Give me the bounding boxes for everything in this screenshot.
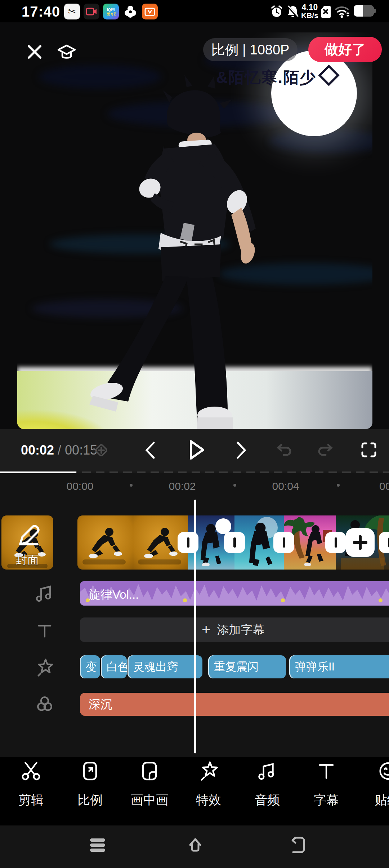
beat-dot [379, 598, 383, 602]
cover-watermark-pill [7, 564, 48, 568]
effect-clip[interactable]: 变 [80, 655, 100, 678]
nav-home-button[interactable] [185, 835, 205, 855]
svg-text:爱奇艺: 爱奇艺 [107, 12, 116, 16]
redo-button[interactable] [316, 440, 336, 460]
mute-bell-icon [286, 4, 300, 19]
video-clip-1[interactable] [77, 515, 133, 570]
tool-subtitle[interactable]: 字幕 [299, 760, 353, 809]
next-frame-button[interactable] [233, 440, 249, 461]
undo-button[interactable] [274, 440, 293, 460]
filter-track-icon [34, 694, 55, 715]
notification-app-icon-flower [122, 4, 138, 19]
nav-back-button[interactable] [288, 836, 308, 854]
notification-app-icon-mgtv [142, 4, 158, 19]
ruler-dot [233, 484, 236, 487]
transition-marker[interactable] [379, 532, 389, 553]
battery-icon [354, 5, 376, 17]
time-display: 00:02 / 00:15 [21, 443, 97, 458]
playhead[interactable] [194, 500, 196, 753]
status-bar: 17:40 ✂ IQIYI爱奇艺 4.10 KB/s [0, 0, 389, 22]
dancer-character [17, 32, 372, 429]
add-subtitle-label: 添加字幕 [217, 622, 265, 638]
playback-controls: 00:02 / 00:15 [0, 429, 389, 471]
tool-ratio[interactable]: 比例 [63, 760, 117, 809]
effect-clip[interactable]: 重复震闪 [208, 655, 286, 678]
alarm-icon [269, 4, 284, 19]
effect-clip[interactable]: 弹弹乐II [289, 655, 389, 678]
nav-menu-button[interactable] [89, 837, 107, 853]
tutorial-cap-icon[interactable] [55, 40, 79, 64]
cover-thumbnail[interactable]: 封面 [1, 515, 53, 570]
tool-sticker[interactable]: 贴纸 [360, 760, 389, 809]
ruler-tick: 00:02 [162, 480, 202, 492]
notification-app-icon-editor: ✂ [64, 4, 80, 19]
audio-track-clip[interactable]: 旋律Vol... [80, 581, 389, 606]
creator-watermark: &陌忆寒.陌少 [216, 67, 336, 88]
sim-off-icon [320, 4, 333, 19]
prev-frame-button[interactable] [142, 440, 158, 461]
tool-edit[interactable]: 剪辑 [4, 760, 58, 809]
transition-marker[interactable] [224, 532, 245, 553]
add-transition-button[interactable] [346, 528, 375, 557]
clip-watermark-pill [138, 559, 181, 564]
beat-dot [183, 598, 187, 602]
effect-clip[interactable]: 白色 [101, 655, 127, 678]
clip-watermark-pill [82, 559, 126, 564]
watermark-diamond-icon [318, 65, 339, 86]
notification-app-icon-camera [84, 4, 99, 19]
transition-marker[interactable] [325, 532, 346, 553]
tool-pip[interactable]: 画中画 [122, 760, 176, 809]
edit-pencil-icon [15, 522, 43, 549]
effect-clip[interactable]: 灵魂出窍 [128, 655, 202, 678]
fullscreen-button[interactable] [359, 440, 378, 459]
keyframe-button[interactable] [91, 440, 112, 461]
text-track-icon [35, 621, 55, 641]
ratio-resolution-button[interactable]: 比例 | 1080P [203, 38, 298, 61]
preview-area: &陌忆寒.陌少 [0, 22, 389, 429]
ruler-dot [130, 484, 133, 487]
beat-dot [86, 598, 90, 602]
add-subtitle-bar[interactable]: + 添加字幕 [80, 617, 389, 642]
tool-effects[interactable]: 特效 [182, 760, 236, 809]
video-preview[interactable]: &陌忆寒.陌少 [17, 32, 372, 429]
close-button[interactable] [25, 43, 44, 61]
system-navbar [0, 825, 389, 868]
transition-marker[interactable] [273, 532, 294, 553]
tool-audio[interactable]: 音频 [240, 760, 294, 809]
clock-time: 17:40 [22, 4, 60, 20]
ruler-tick: 00:04 [266, 480, 305, 492]
network-speed: 4.10 KB/s [301, 3, 318, 19]
ruler-tick: 00: [379, 480, 389, 492]
beat-dot [281, 598, 285, 602]
svg-text:IQIYI: IQIYI [107, 8, 115, 12]
effects-track-icon [34, 657, 55, 678]
wifi-icon [334, 4, 351, 19]
plus-icon: + [202, 621, 211, 638]
filter-clip[interactable]: 深沉 [80, 693, 389, 716]
ruler-dot [337, 484, 340, 487]
video-editor-app: { "status_bar": { "time": "17:40", "net_… [0, 0, 389, 868]
ruler-tick: 00:00 [60, 480, 100, 492]
music-note-icon [34, 583, 55, 604]
audio-clip-label: 旋律Vol... [89, 587, 139, 603]
play-button[interactable] [187, 438, 207, 461]
notification-app-icon-iqiyi: IQIYI爱奇艺 [103, 4, 119, 19]
export-done-button[interactable]: 做好了 [308, 37, 382, 62]
timeline-minimap-progress [0, 471, 76, 473]
